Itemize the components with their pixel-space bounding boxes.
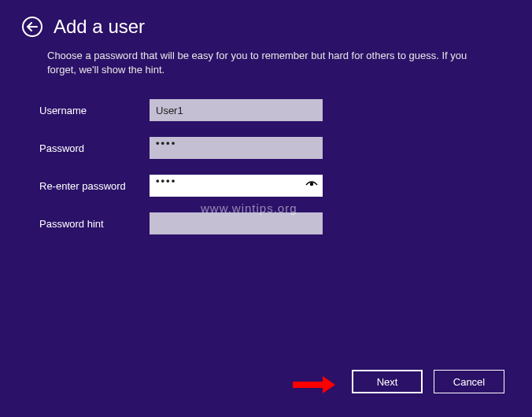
password-row: Password •••• [39,137,532,159]
page-header: Add a user [0,0,532,38]
reenter-password-label: Re-enter password [39,180,150,192]
page-description: Choose a password that will be easy for … [0,38,532,77]
password-hint-label: Password hint [39,218,150,230]
username-input[interactable] [150,99,323,121]
svg-point-0 [310,183,313,186]
password-label: Password [39,142,150,154]
eye-reveal-icon[interactable] [305,179,318,192]
username-row: Username [39,99,532,121]
page-title: Add a user [54,16,145,38]
reenter-password-row: Re-enter password •••• [39,175,532,197]
next-button[interactable]: Next [352,370,423,393]
password-hint-row: Password hint [39,212,532,234]
annotation-arrow-icon [293,376,335,393]
reenter-password-input[interactable]: •••• [150,175,323,197]
back-button[interactable] [22,17,42,37]
password-hint-input[interactable] [150,212,323,234]
footer-buttons: Next Cancel [352,370,504,393]
back-arrow-icon [27,22,38,31]
username-label: Username [39,105,150,116]
password-input[interactable]: •••• [150,137,323,159]
add-user-form: Username Password •••• Re-enter password… [0,77,532,234]
cancel-button[interactable]: Cancel [434,370,504,393]
